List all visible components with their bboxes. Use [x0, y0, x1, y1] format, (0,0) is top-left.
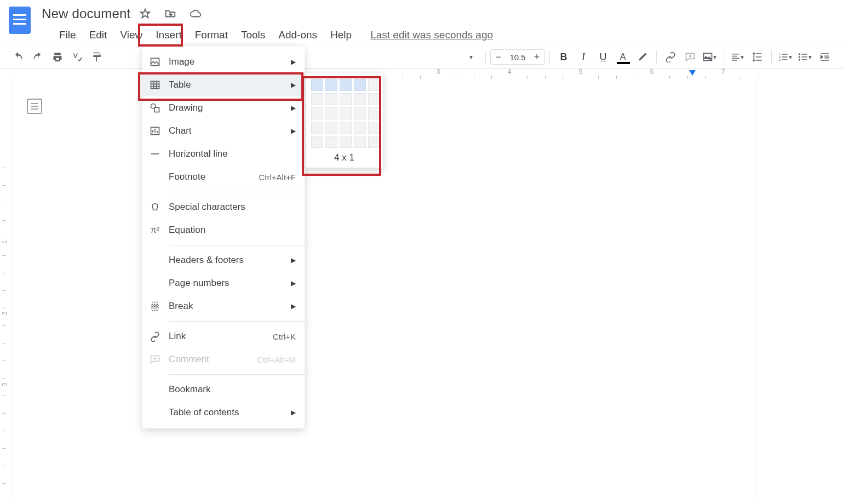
shortcut-label: Ctrl+Alt+F — [259, 173, 296, 182]
table-grid-cell[interactable] — [325, 93, 337, 105]
table-grid-cell[interactable] — [340, 79, 352, 91]
align-button[interactable]: ▼ — [729, 48, 747, 66]
table-grid-cell[interactable] — [311, 122, 323, 134]
document-canvas[interactable] — [11, 79, 755, 499]
table-grid-cell[interactable] — [368, 107, 380, 119]
paint-format-button[interactable] — [88, 48, 106, 66]
table-size-picker: 4 x 1 — [306, 73, 383, 168]
insert-link-item[interactable]: Link Ctrl+K — [142, 325, 305, 348]
break-icon — [149, 300, 161, 312]
document-title[interactable]: New document — [42, 6, 130, 21]
chart-icon — [149, 125, 161, 137]
table-grid-cell[interactable] — [340, 136, 352, 148]
table-grid-cell[interactable] — [311, 136, 323, 148]
menu-edit[interactable]: Edit — [83, 27, 114, 43]
insert-link-button[interactable] — [661, 48, 680, 66]
table-grid-cell[interactable] — [311, 79, 323, 91]
insert-image-item[interactable]: Image ▶ — [142, 50, 305, 73]
print-button[interactable] — [48, 48, 67, 66]
font-size-decrease[interactable]: − — [491, 51, 506, 63]
svg-point-5 — [799, 59, 800, 60]
table-grid-cell[interactable] — [340, 107, 352, 119]
menu-view[interactable]: View — [113, 27, 149, 43]
redo-button[interactable] — [28, 48, 47, 66]
table-grid-cell[interactable] — [354, 122, 366, 134]
line-spacing-button[interactable] — [748, 48, 767, 66]
menu-help[interactable]: Help — [324, 27, 358, 43]
styles-dropdown[interactable]: ▼ — [462, 48, 481, 66]
table-grid-cell[interactable] — [340, 122, 352, 134]
link-icon — [149, 330, 161, 342]
chevron-right-icon: ▶ — [291, 58, 296, 66]
menu-item-label: Headers & footers — [169, 255, 244, 266]
insert-drawing-item[interactable]: Drawing ▶ — [142, 96, 305, 119]
menu-item-label: Horizontal line — [169, 148, 228, 159]
table-grid-cell[interactable] — [325, 107, 337, 119]
chevron-right-icon: ▶ — [291, 256, 296, 264]
docs-logo[interactable] — [9, 7, 31, 34]
table-grid-cell[interactable] — [354, 107, 366, 119]
insert-image-button[interactable]: ▼ — [701, 48, 719, 66]
menu-item-label: Special characters — [169, 202, 245, 213]
underline-button[interactable]: U — [594, 48, 612, 66]
insert-equation-item[interactable]: π² Equation — [142, 219, 305, 242]
highlight-button[interactable] — [633, 48, 652, 66]
insert-headers-item[interactable]: Headers & footers ▶ — [142, 249, 305, 272]
table-grid-cell[interactable] — [325, 136, 337, 148]
table-grid-cell[interactable] — [354, 136, 366, 148]
spellcheck-button[interactable] — [68, 48, 87, 66]
table-grid-cell[interactable] — [368, 122, 380, 134]
table-grid-cell[interactable] — [368, 136, 380, 148]
chevron-right-icon: ▶ — [291, 81, 296, 89]
table-icon — [149, 79, 161, 91]
drawing-icon — [149, 102, 161, 114]
move-icon[interactable] — [164, 8, 176, 20]
table-grid-cell[interactable] — [311, 93, 323, 105]
shortcut-label: Ctrl+K — [273, 332, 296, 341]
chevron-right-icon: ▶ — [291, 409, 296, 416]
insert-toc-item[interactable]: Table of contents ▶ — [142, 401, 305, 424]
insert-pagenum-item[interactable]: Page numbers ▶ — [142, 272, 305, 295]
undo-button[interactable] — [9, 48, 27, 66]
table-grid-cell[interactable] — [311, 107, 323, 119]
table-grid-cell[interactable] — [354, 79, 366, 91]
font-size-increase[interactable]: + — [529, 51, 544, 63]
star-icon[interactable] — [139, 8, 151, 20]
insert-break-item[interactable]: Break ▶ — [142, 295, 305, 318]
menu-tools[interactable]: Tools — [234, 27, 272, 43]
table-grid-cell[interactable] — [340, 93, 352, 105]
add-comment-button[interactable] — [681, 48, 699, 66]
decrease-indent-button[interactable] — [816, 48, 834, 66]
cloud-icon[interactable] — [190, 8, 202, 20]
image-icon — [149, 56, 161, 68]
numbered-list-button[interactable]: 123▼ — [776, 48, 795, 66]
chevron-right-icon: ▶ — [291, 127, 296, 135]
ruler-h-num: 3 — [437, 68, 440, 76]
font-size-value[interactable]: 10.5 — [506, 53, 529, 62]
svg-rect-9 — [154, 107, 159, 112]
insert-table-item[interactable]: Table ▶ — [142, 73, 305, 96]
text-color-button[interactable]: A — [613, 48, 632, 66]
table-grid-cell[interactable] — [325, 122, 337, 134]
outline-icon[interactable] — [27, 99, 42, 114]
insert-chart-item[interactable]: Chart ▶ — [142, 119, 305, 142]
insert-special-item[interactable]: Ω Special characters — [142, 196, 305, 219]
table-grid-cell[interactable] — [354, 93, 366, 105]
menu-addons[interactable]: Add-ons — [272, 27, 324, 43]
menu-format[interactable]: Format — [188, 27, 234, 43]
insert-menu-dropdown: Image ▶ Table ▶ Drawing ▶ Chart ▶ Horizo… — [142, 46, 305, 428]
insert-footnote-item[interactable]: Footnote Ctrl+Alt+F — [142, 165, 305, 188]
bulleted-list-button[interactable]: ▼ — [796, 48, 815, 66]
bold-button[interactable]: B — [554, 48, 573, 66]
menu-insert[interactable]: Insert — [149, 27, 188, 43]
last-edit-link[interactable]: Last edit was seconds ago — [370, 29, 493, 41]
table-grid-cell[interactable] — [368, 79, 380, 91]
insert-bookmark-item[interactable]: Bookmark — [142, 378, 305, 401]
insert-hline-item[interactable]: Horizontal line — [142, 142, 305, 165]
right-margin-marker[interactable] — [689, 70, 696, 76]
table-grid-cell[interactable] — [368, 93, 380, 105]
svg-point-3 — [799, 53, 800, 55]
menu-file[interactable]: File — [53, 27, 83, 43]
italic-button[interactable]: I — [574, 48, 593, 66]
table-grid-cell[interactable] — [325, 79, 337, 91]
